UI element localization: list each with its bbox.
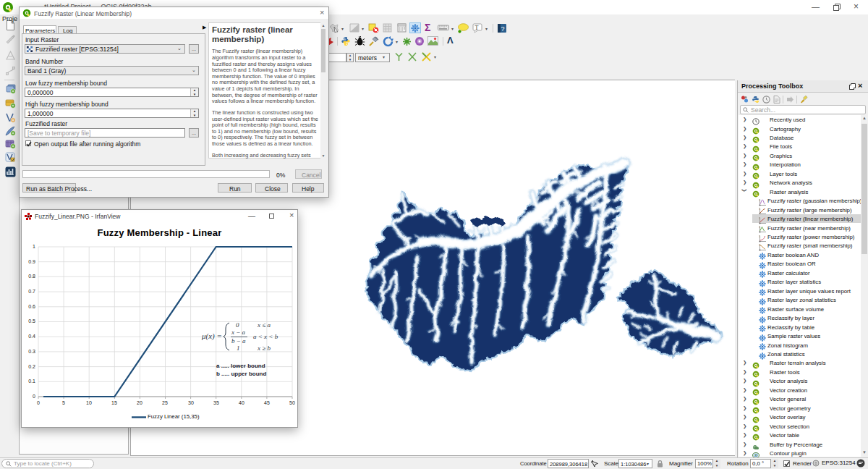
svg-text:a < x < b: a < x < b (253, 333, 278, 340)
svg-text:x − a: x − a (231, 329, 246, 336)
svg-text:x ≥ b: x ≥ b (257, 345, 271, 352)
svg-text:1: 1 (237, 345, 240, 352)
svg-text:?: ? (501, 25, 505, 33)
svg-text:0: 0 (236, 321, 239, 329)
svg-text:b − a: b − a (231, 337, 246, 345)
svg-text:T: T (475, 25, 479, 31)
svg-text:x ≤ a: x ≤ a (257, 321, 271, 329)
svg-text:μ(x) =: μ(x) = (201, 331, 222, 341)
